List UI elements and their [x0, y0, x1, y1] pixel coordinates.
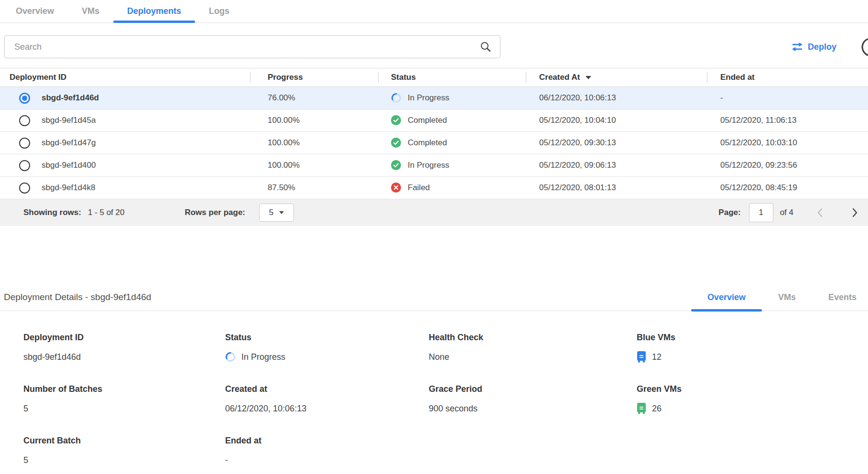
tab-vms[interactable]: VMs — [68, 0, 113, 22]
column-header-label: Ended at — [720, 73, 755, 82]
in-progress-spinner-icon — [225, 352, 236, 362]
detail-field: Grace Period 900 seconds — [429, 384, 637, 415]
tab-label: Logs — [209, 6, 229, 16]
column-header-label: Progress — [268, 73, 303, 82]
status-label: Completed — [408, 138, 447, 148]
table-footer: Showing rows: 1 - 5 of 20 Rows per page:… — [0, 199, 868, 226]
page-total-label: of 4 — [780, 208, 793, 217]
showing-rows-value: 1 - 5 of 20 — [88, 208, 125, 217]
row-radio-button[interactable] — [19, 138, 30, 149]
deployment-details-title: Deployment Details - sbgd-9ef1d46d — [4, 283, 151, 311]
rows-per-page-select[interactable]: 5 — [259, 204, 294, 222]
created-at-value: 06/12/2020, 10:06:13 — [526, 93, 707, 103]
row-radio-button[interactable] — [19, 183, 30, 194]
detail-field-value: - — [225, 454, 429, 466]
details-tab-events[interactable]: Events — [812, 283, 868, 311]
table-row[interactable]: sbgd-9ef1d46d 76.00% In Progress 06/12/2… — [0, 87, 868, 109]
deployment-id-value: sbgd-9ef1d46d — [42, 93, 99, 103]
details-tab-overview[interactable]: Overview — [691, 283, 762, 311]
detail-field-value: sbgd-9ef1d46d — [23, 351, 225, 363]
refresh-icon[interactable] — [857, 36, 868, 57]
table-row[interactable]: sbgd-9ef1d4k8 87.50% Failed 05/12/2020, … — [0, 177, 868, 199]
ended-at-value: 05/12/2020, 10:03:10 — [707, 138, 868, 148]
detail-field-label: Deployment ID — [23, 333, 225, 344]
next-page-button[interactable] — [851, 207, 858, 218]
detail-field-label: Status — [225, 333, 429, 344]
tab-label: Overview — [707, 292, 746, 302]
failed-x-icon — [391, 183, 401, 193]
search-input[interactable] — [4, 35, 500, 58]
tab-overview[interactable]: Overview — [2, 0, 68, 22]
detail-field-value: 5 — [23, 402, 225, 415]
showing-rows-label: Showing rows: — [23, 208, 81, 217]
deployment-details-header: Deployment Details - sbgd-9ef1d46d Overv… — [0, 283, 868, 311]
deployment-details-grid: Deployment ID sbgd-9ef1d46d Status In Pr… — [23, 333, 868, 466]
chevron-down-icon — [279, 211, 284, 214]
sort-desc-icon — [586, 76, 591, 79]
completed-check-icon — [391, 138, 401, 148]
column-header-status[interactable]: Status — [378, 68, 526, 86]
table-row[interactable]: sbgd-9ef1d400 100.00% In Progress 05/12/… — [0, 154, 868, 177]
deployments-table: Deployment ID Progress Status Created At… — [0, 68, 868, 226]
detail-field-label: Health Check — [429, 333, 637, 344]
table-body: sbgd-9ef1d46d 76.00% In Progress 06/12/2… — [0, 87, 868, 199]
progress-value: 100.00% — [250, 161, 378, 170]
page-label: Page: — [718, 208, 740, 217]
tab-label: VMs — [82, 6, 99, 16]
deploy-button-label: Deploy — [808, 42, 836, 52]
column-header-label: Deployment ID — [10, 73, 66, 82]
column-header-deployment-id[interactable]: Deployment ID — [0, 68, 250, 86]
row-radio-button[interactable] — [19, 115, 30, 126]
tab-label: Overview — [16, 6, 54, 16]
detail-field-label: Blue VMs — [637, 333, 868, 344]
status-label: In Progress — [408, 93, 449, 103]
table-row[interactable]: sbgd-9ef1d45a 100.00% Completed 05/12/20… — [0, 109, 868, 132]
deployment-id-value: sbgd-9ef1d45a — [42, 116, 96, 125]
column-header-progress[interactable]: Progress — [250, 68, 378, 86]
rows-per-page-value: 5 — [269, 208, 273, 217]
status-label: Completed — [408, 116, 447, 125]
deployment-id-value: sbgd-9ef1d400 — [42, 161, 96, 170]
detail-field-value: 5 — [23, 454, 225, 466]
column-header-label: Created At — [539, 73, 580, 82]
in-progress-spinner-icon — [391, 93, 401, 103]
detail-field: Ended at - — [225, 436, 429, 466]
column-header-created-at[interactable]: Created At — [526, 68, 707, 86]
table-row[interactable]: sbgd-9ef1d47g 100.00% Completed 05/12/20… — [0, 132, 868, 154]
detail-field-value: None — [429, 351, 637, 363]
ended-at-value: 05/12/2020, 11:06:13 — [707, 116, 868, 125]
detail-field-label: Ended at — [225, 436, 429, 447]
status-label: In Progress — [408, 161, 449, 170]
detail-field-label: Grace Period — [429, 384, 637, 396]
ended-at-value: - — [707, 93, 868, 103]
detail-field: Deployment ID sbgd-9ef1d46d — [23, 333, 225, 363]
created-at-value: 05/12/2020, 10:04:10 — [526, 116, 707, 125]
tab-deployments[interactable]: Deployments — [113, 0, 195, 22]
status-label: Failed — [408, 183, 430, 193]
detail-field-label: Green VMs — [637, 384, 868, 396]
progress-value: 76.00% — [250, 93, 378, 103]
details-tab-vms[interactable]: VMs — [762, 283, 812, 311]
vm-icon — [637, 403, 646, 414]
detail-field-label: Current Batch — [23, 436, 225, 447]
detail-field: Number of Batches 5 — [23, 384, 225, 415]
previous-page-button[interactable] — [816, 207, 824, 218]
detail-field-value: 26 — [637, 402, 868, 415]
detail-field: Health Check None — [429, 333, 637, 363]
tab-logs[interactable]: Logs — [195, 0, 243, 22]
created-at-value: 05/12/2020, 09:06:13 — [526, 161, 707, 170]
tab-label: Deployments — [127, 6, 181, 16]
ended-at-value: 05/12/2020, 09:23:56 — [707, 161, 868, 170]
created-at-value: 05/12/2020, 08:01:13 — [526, 183, 707, 193]
detail-field: Green VMs 26 — [637, 384, 868, 415]
column-header-ended-at[interactable]: Ended at — [707, 68, 868, 86]
detail-field-value: 12 — [637, 351, 868, 363]
row-radio-button[interactable] — [19, 160, 30, 171]
created-at-value: 05/12/2020, 09:30:13 — [526, 138, 707, 148]
page-input[interactable] — [749, 203, 773, 222]
row-radio-button[interactable] — [19, 93, 30, 104]
search-icon — [479, 41, 492, 53]
detail-field: Status In Progress — [225, 333, 429, 363]
column-header-label: Status — [391, 73, 416, 82]
deploy-button[interactable]: Deploy — [791, 35, 836, 58]
